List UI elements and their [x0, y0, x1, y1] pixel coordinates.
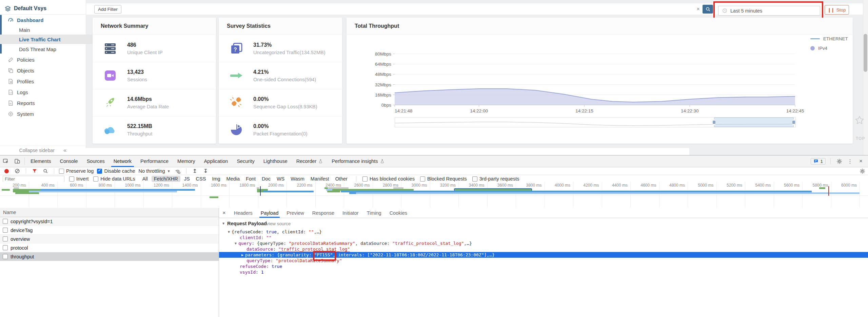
- inspect-element-icon[interactable]: [0, 155, 12, 167]
- navigator-handle[interactable]: [713, 120, 715, 125]
- page-scrollbar[interactable]: [863, 0, 868, 155]
- request-checkbox[interactable]: [3, 236, 8, 241]
- clear-network-log-icon[interactable]: [14, 168, 21, 174]
- filter-checkbox-has-blocked-cookies[interactable]: Has blocked cookies: [362, 176, 415, 182]
- disable-cache-checkbox[interactable]: Disable cache: [97, 168, 135, 174]
- devtools-tab-recorder[interactable]: Recorder: [292, 155, 328, 167]
- export-har-icon[interactable]: ↧: [202, 168, 210, 174]
- devtools-close-icon[interactable]: ×: [857, 158, 865, 165]
- page-scrollbar-thumb[interactable]: [864, 34, 867, 72]
- stat-item-packet-fragmentation-0-[interactable]: 0.00%Packet Fragmentation(0): [219, 116, 342, 143]
- devtools-tab-performance-insights[interactable]: Performance insights: [327, 155, 389, 167]
- details-tab-initiator[interactable]: Initiator: [338, 208, 363, 218]
- request-timing-bar[interactable]: [819, 187, 825, 189]
- sidebar-item-objects[interactable]: Objects: [0, 65, 93, 76]
- payload-line[interactable]: refuseCode: true: [219, 263, 868, 269]
- search-button[interactable]: [703, 5, 713, 14]
- device-toolbar-icon[interactable]: [12, 155, 23, 167]
- payload-line[interactable]: vsysId: 1: [219, 269, 868, 275]
- details-tab-timing[interactable]: Timing: [363, 208, 386, 218]
- network-filter-input[interactable]: [3, 176, 64, 182]
- sidebar-item-dashboard[interactable]: Dashboard: [0, 15, 93, 25]
- view-source-link[interactable]: view source: [267, 221, 291, 226]
- stop-button[interactable]: ❙❙ Stop: [825, 5, 849, 15]
- sidebar-item-main[interactable]: Main: [0, 25, 105, 35]
- network-settings-gear-icon[interactable]: [859, 168, 866, 174]
- add-filter-button[interactable]: Add Filter: [94, 5, 121, 14]
- request-checkbox[interactable]: [3, 228, 8, 233]
- sidebar-item-reports[interactable]: Reports: [0, 98, 93, 108]
- stat-item-uncategorized-traffic-134-52mb-[interactable]: ?31.73%Uncategorized Traffic(134.52MB): [219, 35, 342, 62]
- details-tab-preview[interactable]: Preview: [282, 208, 308, 218]
- devtools-tab-memory[interactable]: Memory: [173, 155, 199, 167]
- close-details-icon[interactable]: ×: [219, 208, 229, 218]
- payload-line[interactable]: ▼{refuseCode: true, clientId: "",…}: [219, 229, 868, 235]
- import-har-icon[interactable]: ↥: [191, 168, 199, 174]
- search-network-icon[interactable]: [42, 168, 49, 174]
- details-tab-payload[interactable]: Payload: [257, 208, 282, 218]
- stat-item-sequence-gap-loss-8-93kb-[interactable]: 0.00%Sequence Gap Loss(8.93KB): [219, 89, 342, 116]
- request-timing-bar[interactable]: [2, 189, 10, 191]
- devtools-tab-console[interactable]: Console: [55, 155, 82, 167]
- request-timing-bar[interactable]: [210, 196, 218, 198]
- sidebar-item-live-traffic-chart[interactable]: Live Traffic Chart: [0, 35, 105, 44]
- request-type-filter-media[interactable]: Media: [224, 176, 242, 182]
- network-overview-timeline[interactable]: 200 ms400 ms600 ms800 ms1000 ms1200 ms14…: [0, 182, 868, 208]
- request-type-filter-js[interactable]: JS: [182, 176, 192, 182]
- details-tab-headers[interactable]: Headers: [230, 208, 257, 218]
- stat-item-average-data-rate[interactable]: 14.6MbpsAverage Data Rate: [93, 89, 216, 116]
- expander-icon[interactable]: ▼: [222, 221, 224, 225]
- details-tab-response[interactable]: Response: [308, 208, 338, 218]
- request-timing-bar[interactable]: [263, 191, 314, 192]
- filter-funnel-icon[interactable]: [31, 168, 38, 174]
- favorite-star-icon[interactable]: [855, 116, 864, 124]
- request-row-overview[interactable]: overview: [0, 235, 219, 244]
- devtools-tab-application[interactable]: Application: [199, 155, 232, 167]
- devtools-tab-performance[interactable]: Performance: [136, 155, 173, 167]
- request-type-filter-manifest[interactable]: Manifest: [308, 176, 332, 182]
- back-to-top-button[interactable]: TOP: [856, 136, 865, 141]
- time-range-select[interactable]: Last 5 minutes: [718, 6, 820, 16]
- invert-checkbox[interactable]: Invert: [69, 176, 88, 182]
- sidebar-item-policies[interactable]: Policies: [0, 54, 93, 65]
- devtools-settings-gear-icon[interactable]: [835, 158, 843, 165]
- sidebar-item-logs[interactable]: LOGLogs: [0, 87, 93, 98]
- request-type-filter-font[interactable]: Font: [243, 176, 258, 182]
- request-checkbox[interactable]: [3, 254, 8, 259]
- stat-item-unique-client-ip[interactable]: 486Unique Client IP: [93, 35, 216, 62]
- request-checkbox[interactable]: [3, 219, 8, 224]
- network-conditions-icon[interactable]: [174, 168, 181, 174]
- expander-icon[interactable]: ▶: [241, 252, 243, 258]
- collapse-sidebar-button[interactable]: Collapse sidebar «: [0, 146, 86, 155]
- clear-filter-icon[interactable]: ×: [694, 5, 702, 13]
- devtools-tab-security[interactable]: Security: [232, 155, 259, 167]
- request-timing-bar[interactable]: [327, 191, 340, 192]
- request-row-copyright-vsysid-1[interactable]: copyright?vsysId=1: [0, 217, 219, 226]
- issues-counter-button[interactable]: 1: [811, 158, 826, 165]
- payload-line[interactable]: queryType: "protocolDataRateSummary": [219, 258, 868, 263]
- request-type-filter-doc[interactable]: Doc: [259, 176, 273, 182]
- request-type-filter-ws[interactable]: WS: [274, 176, 287, 182]
- sidebar-item-profiles[interactable]: Profiles: [0, 76, 93, 87]
- devtools-tab-sources[interactable]: Sources: [82, 155, 109, 167]
- request-checkbox[interactable]: [3, 245, 8, 250]
- expander-icon[interactable]: ▼: [235, 240, 237, 246]
- request-timing-bar[interactable]: [15, 192, 39, 194]
- request-timing-bar[interactable]: [393, 187, 403, 189]
- request-type-filter-fetch-xhr[interactable]: Fetch/XHR: [152, 176, 180, 182]
- record-network-log-icon[interactable]: [3, 168, 10, 174]
- chart-navigator[interactable]: [395, 117, 796, 127]
- devtools-tab-lighthouse[interactable]: Lighthouse: [259, 155, 292, 167]
- request-type-filter-img[interactable]: Img: [210, 176, 222, 182]
- request-type-filter-all[interactable]: All: [140, 176, 150, 182]
- request-timing-bar[interactable]: [356, 192, 860, 194]
- details-tab-cookies[interactable]: Cookies: [386, 208, 411, 218]
- request-timing-bar[interactable]: [29, 191, 177, 192]
- filter-checkbox-3rd-party-requests[interactable]: 3rd-party requests: [472, 176, 519, 182]
- preserve-log-checkbox[interactable]: Preserve log: [59, 168, 94, 174]
- requests-name-header[interactable]: Name: [0, 208, 219, 217]
- stat-item-throughput[interactable]: 522.15MBThroughput: [93, 116, 216, 143]
- vsys-title[interactable]: Default Vsys: [5, 3, 46, 14]
- request-row-devicetag[interactable]: deviceTag: [0, 226, 219, 235]
- payload-line[interactable]: clientId: "": [219, 235, 868, 240]
